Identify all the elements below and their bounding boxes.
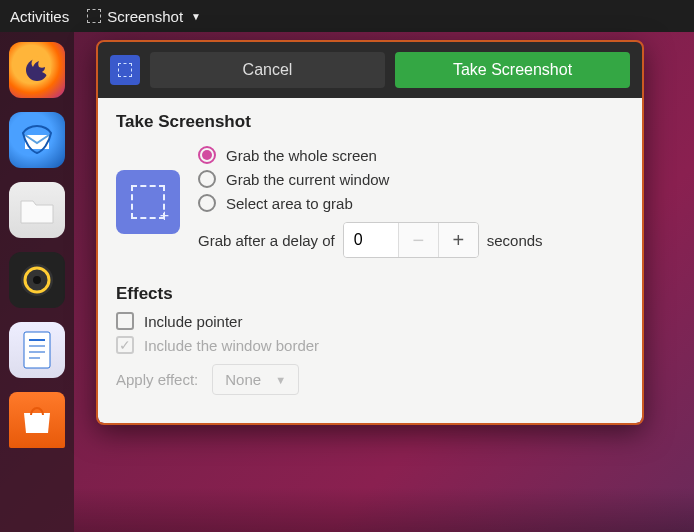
screenshot-dialog: Cancel Take Screenshot Take Screenshot G… xyxy=(96,40,644,425)
apply-effect-select: None ▼ xyxy=(212,364,299,395)
label-include-pointer: Include pointer xyxy=(144,313,242,330)
chevron-down-icon: ▼ xyxy=(275,374,286,386)
screenshot-app-icon xyxy=(87,9,101,23)
delay-spinbutton: − + xyxy=(343,222,479,258)
take-screenshot-button[interactable]: Take Screenshot xyxy=(395,52,630,88)
label-current-window: Grab the current window xyxy=(226,171,389,188)
label-select-area: Select area to grab xyxy=(226,195,353,212)
cancel-button[interactable]: Cancel xyxy=(150,52,385,88)
document-icon xyxy=(20,330,54,370)
dock-firefox[interactable] xyxy=(9,42,65,98)
delay-suffix-label: seconds xyxy=(487,232,543,249)
apply-effect-value: None xyxy=(225,371,261,388)
screenshot-illustration xyxy=(116,170,180,234)
speaker-icon xyxy=(17,260,57,300)
dock-software[interactable] xyxy=(9,392,65,448)
delay-decrement[interactable]: − xyxy=(398,223,438,257)
dock-writer[interactable] xyxy=(9,322,65,378)
activities-button[interactable]: Activities xyxy=(10,8,69,25)
label-include-border: Include the window border xyxy=(144,337,319,354)
radio-current-window[interactable] xyxy=(198,170,216,188)
selection-plus-icon xyxy=(131,185,165,219)
firefox-icon xyxy=(19,52,55,88)
apply-effect-label: Apply effect: xyxy=(116,371,198,388)
folder-icon xyxy=(19,195,55,225)
selection-dashed-icon xyxy=(118,63,132,77)
label-whole-screen: Grab the whole screen xyxy=(226,147,377,164)
radio-select-area[interactable] xyxy=(198,194,216,212)
app-menu[interactable]: Screenshot ▼ xyxy=(87,8,201,25)
svg-rect-4 xyxy=(24,332,50,368)
check-include-pointer[interactable] xyxy=(116,312,134,330)
shopping-bag-icon xyxy=(20,405,54,435)
check-include-border xyxy=(116,336,134,354)
delay-input[interactable] xyxy=(344,223,398,257)
delay-increment[interactable]: + xyxy=(438,223,478,257)
thunderbird-icon xyxy=(20,123,54,157)
dock-thunderbird[interactable] xyxy=(9,112,65,168)
dock-rhythmbox[interactable] xyxy=(9,252,65,308)
section-title-effects: Effects xyxy=(116,284,624,304)
radio-whole-screen[interactable] xyxy=(198,146,216,164)
selection-tool-button[interactable] xyxy=(110,55,140,85)
chevron-down-icon: ▼ xyxy=(191,11,201,22)
section-title-take: Take Screenshot xyxy=(116,112,624,132)
delay-prefix-label: Grab after a delay of xyxy=(198,232,335,249)
launcher-dock xyxy=(0,32,74,532)
dock-files[interactable] xyxy=(9,182,65,238)
desktop-gradient xyxy=(74,487,694,532)
svg-point-3 xyxy=(33,276,41,284)
app-name-label: Screenshot xyxy=(107,8,183,25)
